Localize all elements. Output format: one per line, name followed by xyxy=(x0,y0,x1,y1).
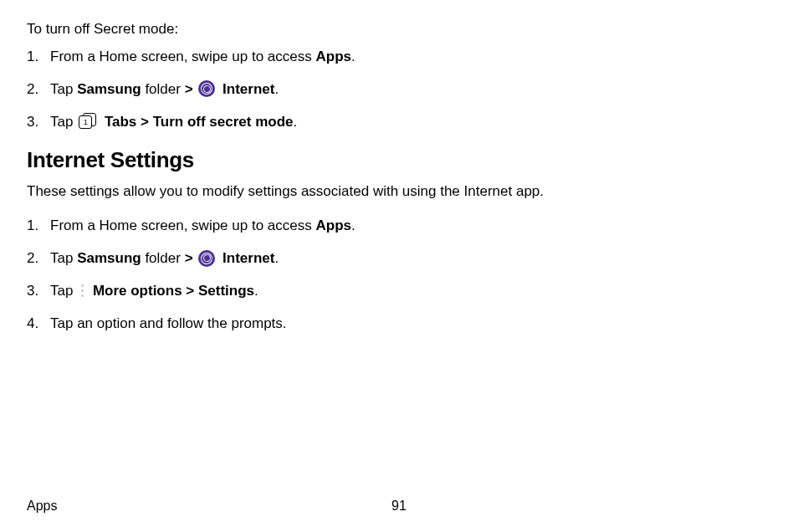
turn-off-secret-mode-label: Turn off secret mode xyxy=(153,114,294,130)
step-text: . xyxy=(254,283,258,299)
step-number: 4. xyxy=(27,315,45,334)
step-number: 1. xyxy=(27,217,45,236)
internet-settings-heading: Internet Settings xyxy=(27,147,771,173)
document-page: To turn off Secret mode: 1. From a Home … xyxy=(0,0,798,532)
step-text: From a Home screen, swipe up to access xyxy=(50,217,315,233)
step-text: Tap xyxy=(50,81,77,97)
step-text: folder xyxy=(141,81,185,97)
tabs-label: Tabs xyxy=(105,114,136,130)
step-1: 1. From a Home screen, swipe up to acces… xyxy=(27,48,771,67)
step-3: 3. Tap 1 Tabs > Turn off secret mode. xyxy=(27,113,771,132)
step-text: folder xyxy=(141,250,185,266)
secret-mode-steps: 1. From a Home screen, swipe up to acces… xyxy=(27,48,771,132)
apps-label: Apps xyxy=(315,49,351,64)
step-text: Tap an option and follow the prompts. xyxy=(50,315,287,331)
step-2: 2. Tap Samsung folder > Internet. xyxy=(27,80,771,100)
step-text: . xyxy=(351,217,356,233)
internet-settings-steps: 1. From a Home screen, swipe up to acces… xyxy=(27,217,771,334)
step-text: . xyxy=(351,49,356,64)
more-options-label: More options xyxy=(93,283,182,299)
breadcrumb-sep: > xyxy=(136,114,152,130)
page-footer: Apps 91 xyxy=(27,499,771,514)
settings-label: Settings xyxy=(198,283,254,299)
step-3: 3. Tap More options > Settings. xyxy=(27,282,771,301)
internet-label: Internet xyxy=(223,81,274,97)
apps-label: Apps xyxy=(315,217,351,233)
step-number: 3. xyxy=(27,113,45,132)
step-text: From a Home screen, swipe up to access xyxy=(50,49,315,64)
step-text: . xyxy=(274,81,279,97)
step-text: Tap xyxy=(50,114,77,130)
breadcrumb-sep: > xyxy=(185,250,193,266)
samsung-label: Samsung xyxy=(77,81,141,97)
step-number: 2. xyxy=(27,80,45,100)
step-text: Tap xyxy=(50,283,77,299)
breadcrumb-sep: > xyxy=(182,283,198,299)
internet-icon xyxy=(198,80,215,97)
tabs-icon: 1 xyxy=(79,113,97,130)
internet-settings-desc: These settings allow you to modify setti… xyxy=(27,182,771,202)
breadcrumb-sep: > xyxy=(185,81,193,97)
more-options-icon xyxy=(79,284,87,299)
samsung-label: Samsung xyxy=(77,250,141,266)
internet-icon xyxy=(198,250,215,267)
step-4: 4. Tap an option and follow the prompts. xyxy=(27,315,771,334)
secret-mode-intro: To turn off Secret mode: xyxy=(27,20,771,39)
step-1: 1. From a Home screen, swipe up to acces… xyxy=(27,217,771,236)
footer-section-label: Apps xyxy=(27,499,57,513)
internet-label: Internet xyxy=(223,250,274,266)
step-text: . xyxy=(294,114,298,130)
step-number: 2. xyxy=(27,249,45,269)
step-number: 1. xyxy=(27,48,45,67)
page-number: 91 xyxy=(391,499,407,514)
step-text: Tap xyxy=(50,250,77,266)
tabs-count: 1 xyxy=(79,115,92,129)
step-2: 2. Tap Samsung folder > Internet. xyxy=(27,249,771,269)
step-text: . xyxy=(274,250,279,266)
step-number: 3. xyxy=(27,282,45,301)
